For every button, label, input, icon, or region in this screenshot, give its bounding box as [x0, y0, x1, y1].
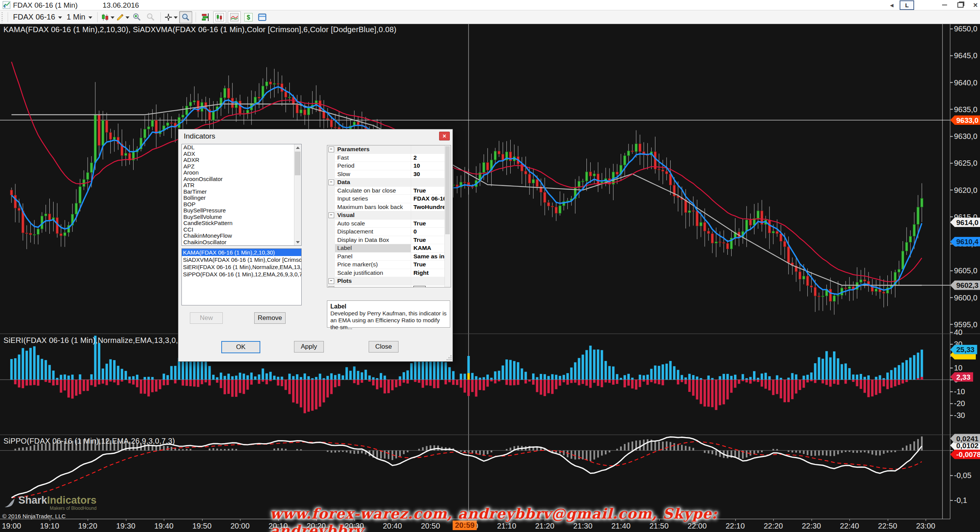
property-row[interactable]: PanelSame as input series [327, 253, 451, 261]
expand-icon[interactable]: + [328, 286, 334, 287]
property-row[interactable]: Input seriesFDAX 06-16 (1 Min) [327, 195, 451, 203]
resize-grip[interactable] [446, 355, 452, 361]
interval-selector[interactable]: 1 Min [64, 13, 95, 21]
zoom-out-icon [146, 13, 155, 22]
eri-axis-tick: -30 [950, 411, 965, 420]
property-row[interactable]: +KAMALine; Solid; 3px [327, 286, 451, 288]
dialog-titlebar[interactable]: Indicators × [178, 129, 452, 142]
scrollbar-thumb[interactable] [295, 152, 301, 175]
property-group-row[interactable]: −Plots [327, 277, 451, 286]
property-row[interactable]: Display in Data BoxTrue [327, 236, 451, 245]
property-group-row[interactable]: −Parameters [327, 145, 451, 154]
price-axis[interactable]: 9650,09645,09640,09635,09630,09625,09620… [950, 0, 980, 532]
zoom-out-button[interactable] [145, 11, 157, 23]
logo-tagline: Makers of BloodHound [18, 506, 96, 511]
ok-button[interactable]: OK [221, 341, 260, 353]
grid-scrollbar[interactable] [444, 145, 451, 287]
indicator-list-item[interactable]: BuySellVolume [182, 214, 301, 220]
time-axis-tickmark [773, 519, 774, 521]
chevron-down-icon [126, 16, 129, 19]
shark-fin-icon [4, 498, 15, 508]
property-group-row[interactable]: −Visual [327, 211, 451, 220]
chart-trader-button[interactable] [213, 11, 226, 23]
indicator-list-item[interactable]: BuySellPressure [182, 207, 301, 214]
time-axis-label: 19:40 [154, 522, 173, 530]
maximize-button[interactable] [955, 0, 966, 10]
property-row[interactable]: Maximum bars look backTwoHundredFiftySix [327, 203, 451, 212]
data-box-button[interactable] [256, 11, 268, 23]
drawing-tools-button[interactable] [116, 11, 129, 23]
property-row[interactable]: Auto scaleTrue [327, 220, 451, 228]
indicator-list-item[interactable]: ADXR [182, 157, 301, 163]
selected-indicators-list[interactable]: KAMA(FDAX 06-16 (1 Min),2,10,30)SiADXVMA… [181, 248, 302, 305]
minimize-button[interactable] [939, 0, 950, 10]
indicator-list-item[interactable]: ADX [182, 151, 301, 157]
indicator-list-item[interactable]: ChaikinOscillator [182, 239, 301, 246]
close-button[interactable]: Close [369, 341, 399, 352]
chart-plot-area[interactable] [0, 0, 980, 532]
property-row[interactable]: Fast2 [327, 154, 451, 162]
instrument-selector[interactable]: FDAX 06-16 [11, 13, 64, 21]
remove-button[interactable]: Remove [254, 312, 286, 324]
price-panel-label: KAMA(FDAX 06-16 (1 Min),2,10,30), SiADXV… [3, 25, 397, 34]
market-analyzer-button[interactable] [228, 11, 241, 23]
property-row[interactable]: Scale justificationRight [327, 269, 451, 277]
indicator-list-item[interactable]: APZ [182, 163, 301, 170]
property-row[interactable]: LabelKAMA [327, 244, 451, 253]
indicator-list-item[interactable]: Aroon [182, 170, 301, 176]
dialog-title: Indicators [184, 132, 215, 140]
instrument-link-arrow-icon[interactable]: ◄ [889, 0, 895, 10]
indicator-list-item[interactable]: CandleStickPattern [182, 220, 301, 227]
ppo-panel-label: SiPPO(FDAX 06-16 (1 Min),12,EMA,26,9,3,0… [3, 437, 175, 446]
zoom-in-button[interactable] [131, 11, 143, 23]
collapse-icon[interactable]: − [328, 147, 334, 152]
indicator-list-item[interactable]: ADL [182, 144, 301, 151]
property-row[interactable]: Slow30 [327, 170, 451, 179]
indicators-button[interactable] [199, 11, 212, 23]
property-row[interactable]: Price marker(s)True [327, 261, 451, 269]
toolbar-grip[interactable] [2, 12, 3, 22]
time-axis-tickmark [202, 519, 203, 521]
available-indicators-list[interactable]: ADLADXADXRAPZAroonAroonOscillatorATRBarT… [181, 144, 302, 246]
property-row[interactable]: Period10 [327, 162, 451, 170]
dialog-close-icon[interactable]: × [439, 132, 450, 140]
selected-indicator-item[interactable]: SiADXVMA(FDAX 06-16 (1 Min),Color [Crims… [182, 256, 301, 263]
time-axis-tickmark [926, 519, 926, 521]
price-axis-tick: 9645,0 [950, 51, 977, 60]
property-row[interactable]: Displacement0 [327, 228, 451, 236]
property-label: Visual [335, 211, 411, 219]
selected-indicator-item[interactable]: SiERI(FDAX 06-16 (1 Min),Normalize,EMA,1… [182, 263, 301, 271]
scroll-down-icon[interactable] [294, 239, 301, 245]
cursor-mode-button[interactable] [164, 11, 178, 23]
list-scrollbar[interactable] [294, 144, 301, 245]
indicator-list-item[interactable]: BarTimer [182, 189, 301, 195]
indicator-list-item[interactable]: ATR [182, 182, 301, 189]
indicator-list-item[interactable]: ChaikinMoneyFlow [182, 233, 301, 239]
account-button[interactable]: $ [242, 11, 255, 23]
price-price-marker: 9614,0 [950, 217, 980, 227]
indicator-list-item[interactable]: CCI [182, 227, 301, 233]
selected-indicator-item[interactable]: KAMA(FDAX 06-16 (1 Min),2,10,30) [182, 249, 301, 256]
copyright-text: © 2016 NinjaTrader, LLC [2, 513, 66, 519]
price-axis-tick: 9625,0 [950, 159, 977, 168]
collapse-icon[interactable]: − [328, 278, 334, 284]
time-axis-label: 23:00 [916, 522, 935, 530]
mini-candles-icon [216, 13, 224, 21]
property-row[interactable]: Calculate on bar closeTrue [327, 187, 451, 195]
indicator-list-item[interactable]: BOP [182, 201, 301, 208]
selected-indicator-item[interactable]: SiPPO(FDAX 06-16 (1 Min),12,EMA,26,9,3,0… [182, 271, 301, 278]
magnifier-tool-button[interactable] [179, 11, 192, 23]
collapse-icon[interactable]: − [328, 212, 334, 218]
chart-style-button[interactable] [101, 11, 114, 23]
apply-button[interactable]: Apply [294, 341, 324, 352]
indicator-property-grid[interactable]: −ParametersFast2Period10Slow30−DataCalcu… [327, 145, 451, 287]
instrument-link-button[interactable]: L [900, 0, 914, 10]
collapse-icon[interactable]: − [328, 180, 334, 185]
scroll-up-icon[interactable] [294, 144, 301, 151]
scrollbar-thumb[interactable] [445, 146, 450, 234]
window-close-button[interactable]: × [971, 0, 980, 10]
indicator-list-item[interactable]: Bollinger [182, 195, 301, 201]
ppo-price-marker: 0,0241 [950, 434, 980, 443]
property-group-row[interactable]: −Data [327, 178, 451, 187]
indicator-list-item[interactable]: AroonOscillator [182, 176, 301, 183]
